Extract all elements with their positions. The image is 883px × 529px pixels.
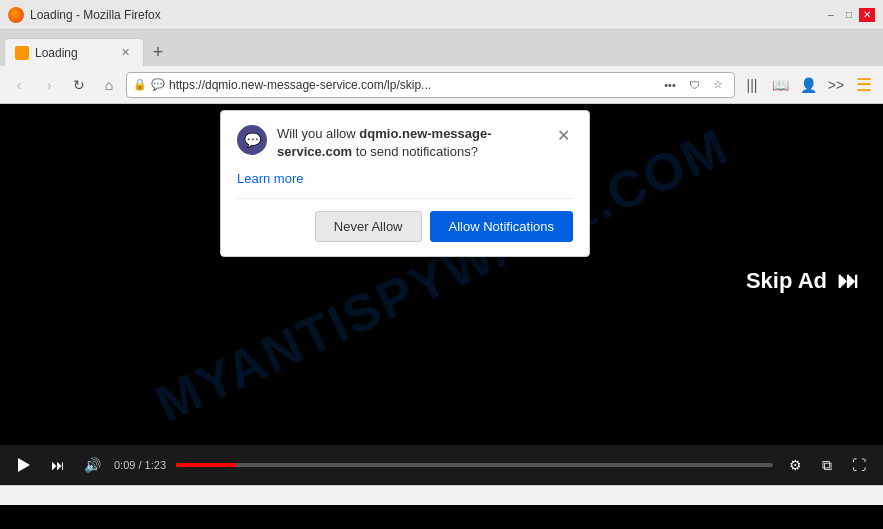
tab-favicon	[15, 46, 29, 60]
overflow-button[interactable]: >>	[823, 72, 849, 98]
fullscreen-icon: ⛶	[852, 457, 866, 473]
time-current: 0:09	[114, 459, 135, 471]
nav-right-buttons: ||| 📖 👤 >> ☰	[739, 72, 877, 98]
volume-button[interactable]: 🔊	[80, 453, 104, 477]
active-tab[interactable]: Loading ✕	[4, 38, 144, 66]
time-total: 1:23	[145, 459, 166, 471]
minimize-button[interactable]: –	[823, 8, 839, 22]
question-prefix: Will you allow	[277, 126, 359, 141]
popup-close-button[interactable]: ✕	[553, 125, 573, 145]
right-controls: ⚙ ⧉ ⛶	[783, 453, 871, 477]
settings-button[interactable]: ⚙	[783, 453, 807, 477]
back-button[interactable]: ‹	[6, 72, 32, 98]
video-area: MYANTISPYWARE.COM 💬 Will you allow dqmio…	[0, 104, 883, 445]
skip-icon: ⏭	[837, 268, 859, 294]
tab-bar: Loading ✕ +	[0, 30, 883, 66]
skip-ad-label: Skip Ad	[746, 268, 827, 294]
reload-button[interactable]: ↻	[66, 72, 92, 98]
reader-button[interactable]: 📖	[767, 72, 793, 98]
question-suffix: to send notifications?	[352, 144, 478, 159]
url-overflow-button[interactable]: •••	[660, 75, 680, 95]
forward-button[interactable]: ›	[36, 72, 62, 98]
window-controls: – □ ✕	[823, 8, 875, 22]
sync-button[interactable]: 👤	[795, 72, 821, 98]
allow-notifications-button[interactable]: Allow Notifications	[430, 211, 574, 242]
notification-icon: 💬	[151, 78, 165, 91]
video-time: 0:09 / 1:23	[114, 459, 166, 471]
home-button[interactable]: ⌂	[96, 72, 122, 98]
security-icon: 🔒	[133, 78, 147, 91]
miniplayer-button[interactable]: ⧉	[815, 453, 839, 477]
play-icon	[18, 458, 30, 472]
progress-fill	[176, 463, 236, 467]
title-bar: Loading - Mozilla Firefox – □ ✕	[0, 0, 883, 30]
fullscreen-button[interactable]: ⛶	[847, 453, 871, 477]
tab-label: Loading	[35, 46, 111, 60]
time-separator: /	[135, 459, 144, 471]
menu-button[interactable]: ☰	[851, 72, 877, 98]
next-icon: ⏭	[51, 457, 65, 473]
play-button[interactable]	[12, 453, 36, 477]
popup-buttons: Never Allow Allow Notifications	[237, 198, 573, 242]
firefox-icon	[8, 7, 24, 23]
popup-header: 💬 Will you allow dqmio.new-message-servi…	[237, 125, 573, 161]
volume-icon: 🔊	[84, 457, 101, 473]
next-button[interactable]: ⏭	[46, 453, 70, 477]
progress-bar[interactable]	[176, 463, 773, 467]
maximize-button[interactable]: □	[841, 8, 857, 22]
miniplayer-icon: ⧉	[822, 457, 832, 474]
settings-icon: ⚙	[789, 457, 802, 473]
popup-icon-text: 💬 Will you allow dqmio.new-message-servi…	[237, 125, 553, 161]
url-text: https://dqmio.new-message-service.com/lp…	[169, 78, 656, 92]
tab-close-button[interactable]: ✕	[117, 45, 133, 61]
notification-popup: 💬 Will you allow dqmio.new-message-servi…	[220, 110, 590, 257]
learn-more-link[interactable]: Learn more	[237, 171, 303, 186]
never-allow-button[interactable]: Never Allow	[315, 211, 422, 242]
window-title: Loading - Mozilla Firefox	[30, 8, 161, 22]
url-bar[interactable]: 🔒 💬 https://dqmio.new-message-service.co…	[126, 72, 735, 98]
video-controls: ⏭ 🔊 0:09 / 1:23 ⚙ ⧉ ⛶	[0, 445, 883, 485]
message-icon: 💬	[237, 125, 267, 155]
extensions-button[interactable]: |||	[739, 72, 765, 98]
close-button[interactable]: ✕	[859, 8, 875, 22]
bookmark-button[interactable]: ☆	[708, 75, 728, 95]
skip-ad-button[interactable]: Skip Ad ⏭	[722, 250, 883, 312]
nav-bar: ‹ › ↻ ⌂ 🔒 💬 https://dqmio.new-message-se…	[0, 66, 883, 104]
shield-button[interactable]: 🛡	[684, 75, 704, 95]
new-tab-button[interactable]: +	[144, 38, 172, 66]
status-bar	[0, 485, 883, 505]
popup-question: Will you allow dqmio.new-message-service…	[277, 125, 553, 161]
